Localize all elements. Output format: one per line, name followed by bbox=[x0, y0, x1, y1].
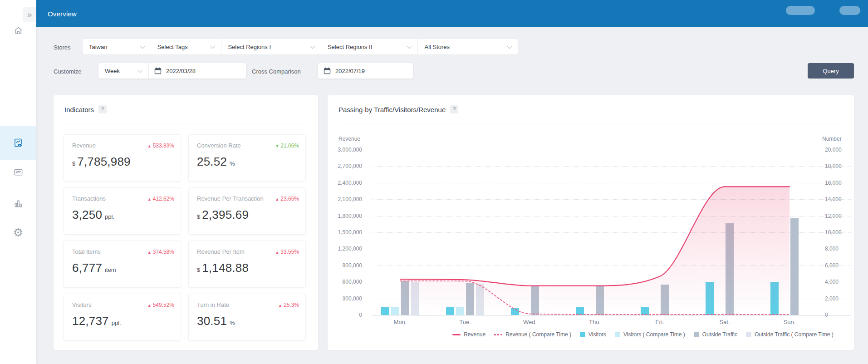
legend-label: Visitors ( Compare Time ) bbox=[623, 331, 685, 338]
select-value: Select Regions II bbox=[328, 44, 372, 50]
chevron-down-icon bbox=[137, 68, 142, 73]
triangle-up-icon: ▲ bbox=[147, 144, 152, 148]
page: Overview » bbox=[0, 0, 868, 364]
store-select-1[interactable]: Taiwan bbox=[83, 39, 151, 54]
bar bbox=[596, 286, 604, 315]
period-select[interactable]: Week bbox=[98, 63, 148, 79]
gridline bbox=[372, 299, 851, 299]
header-placeholder-pill-1[interactable] bbox=[786, 6, 815, 15]
sidebar: » bbox=[0, 0, 36, 364]
legend-label: Revenue ( Compare Time ) bbox=[505, 331, 571, 338]
bar bbox=[446, 307, 454, 315]
indicators-title: Indicators bbox=[64, 106, 94, 113]
metric-value: 25.52 bbox=[197, 155, 227, 169]
compare-date-picker[interactable]: 2022/07/19 bbox=[318, 63, 413, 79]
metric-delta: ▲33.55% bbox=[275, 249, 299, 255]
bar-chart-icon bbox=[13, 198, 24, 209]
legend-dashed-swatch bbox=[494, 334, 502, 335]
period-date-group: Week 2022/03/28 bbox=[98, 63, 246, 79]
header-placeholder-pill-2[interactable] bbox=[839, 6, 860, 15]
select-value: All Stores bbox=[424, 44, 450, 50]
x-axis-label: Thu. bbox=[577, 319, 613, 325]
right-axis-tick: 10,000 bbox=[825, 229, 846, 236]
top-bar: Overview bbox=[36, 0, 868, 27]
metric-delta: ▲23.65% bbox=[275, 196, 299, 202]
left-axis-tick: 1,200,000 bbox=[334, 246, 362, 252]
gridline bbox=[372, 315, 851, 315]
left-axis-title: Revenue bbox=[338, 136, 360, 142]
gridline bbox=[372, 249, 851, 249]
start-date-picker[interactable]: 2022/03/28 bbox=[148, 63, 246, 79]
legend-item[interactable]: Outside Traffic bbox=[694, 331, 737, 338]
bar bbox=[661, 285, 669, 315]
legend-item[interactable]: Visitors ( Compare Time ) bbox=[615, 331, 685, 338]
x-axis-label: Fri. bbox=[642, 319, 678, 325]
right-axis-tick: 0 bbox=[825, 312, 846, 318]
left-axis-tick: 2,100,000 bbox=[334, 196, 362, 202]
gridline bbox=[372, 232, 851, 233]
sidebar-item-trends[interactable] bbox=[0, 155, 36, 189]
sidebar-item-ranking[interactable] bbox=[0, 187, 36, 220]
sidebar-item-overview[interactable] bbox=[0, 126, 36, 160]
help-icon[interactable]: ? bbox=[450, 105, 458, 113]
metric-value-row: 25.52% bbox=[197, 155, 298, 169]
legend-item[interactable]: Revenue bbox=[452, 331, 485, 338]
store-select-4[interactable]: Select Regions II bbox=[321, 39, 418, 54]
indicators-panel: Indicators ? Revenue▲533.83%$7,785,989Co… bbox=[54, 95, 318, 350]
query-button[interactable]: Query bbox=[808, 63, 854, 79]
help-icon[interactable]: ? bbox=[98, 105, 107, 113]
legend-item[interactable]: Revenue ( Compare Time ) bbox=[494, 331, 571, 338]
bar bbox=[706, 282, 714, 315]
calendar-icon bbox=[324, 67, 331, 74]
metric-value: 1,148.88 bbox=[202, 261, 249, 275]
store-select-5[interactable]: All Stores bbox=[417, 39, 518, 54]
legend-label: Revenue bbox=[464, 331, 485, 338]
metric-card: Visitors▲549.52%12,737ppl. bbox=[64, 294, 181, 341]
legend-item[interactable]: Outside Traffic ( Compare Time ) bbox=[746, 331, 834, 338]
right-axis-tick: 20,000 bbox=[825, 147, 846, 153]
sidebar-item-settings[interactable]: ⚙ bbox=[0, 216, 36, 249]
metric-delta: ▲374.58% bbox=[147, 249, 174, 255]
legend-square-swatch bbox=[615, 332, 620, 337]
legend-square-swatch bbox=[580, 332, 585, 337]
customize-label: Customize bbox=[54, 68, 81, 75]
metric-delta: ▲25.3% bbox=[278, 302, 299, 308]
right-axis-tick: 2,000 bbox=[825, 295, 846, 302]
left-axis-tick: 300,000 bbox=[334, 295, 362, 302]
gridline bbox=[372, 183, 851, 183]
legend-item[interactable]: Visitors bbox=[580, 331, 606, 338]
gridline bbox=[372, 166, 851, 167]
x-axis-label: Wed. bbox=[512, 319, 548, 325]
right-axis-tick: 16,000 bbox=[825, 180, 846, 186]
legend-label: Outside Traffic ( Compare Time ) bbox=[755, 331, 834, 338]
legend-label: Outside Traffic bbox=[702, 331, 737, 338]
bar bbox=[790, 218, 799, 315]
legend-line-swatch bbox=[452, 334, 461, 335]
metric-value: 30.51 bbox=[197, 314, 227, 328]
chart-title: Passing-by Traffic/Visitors/Revenue bbox=[338, 106, 446, 113]
right-axis-tick: 8,000 bbox=[825, 246, 846, 252]
triangle-up-icon: ▲ bbox=[278, 303, 282, 308]
bar bbox=[401, 281, 409, 315]
metric-value-row: 6,777item bbox=[72, 261, 173, 275]
metric-cards-grid: Revenue▲533.83%$7,785,989Conversion Rate… bbox=[64, 134, 309, 341]
right-axis-tick: 12,000 bbox=[825, 213, 846, 219]
right-axis-tick: 18,000 bbox=[825, 163, 846, 169]
metric-card: Revenue Per Transaction▲23.65%$2,395.69 bbox=[188, 187, 306, 235]
metric-card: Conversion Rate▼21.06%25.52% bbox=[188, 134, 306, 182]
metric-value-row: 30.51% bbox=[197, 314, 298, 328]
right-axis-tick: 6,000 bbox=[825, 262, 846, 269]
metric-delta: ▼21.06% bbox=[275, 143, 299, 149]
store-select-2[interactable]: Select Tags bbox=[151, 39, 221, 54]
metric-value: 6,777 bbox=[72, 261, 102, 275]
select-value: Select Regions I bbox=[228, 44, 271, 50]
sidebar-item-home[interactable] bbox=[0, 14, 36, 47]
triangle-down-icon: ▼ bbox=[275, 144, 279, 148]
metric-unit: ppl. bbox=[105, 213, 114, 220]
gridline bbox=[372, 150, 851, 150]
triangle-up-icon: ▲ bbox=[275, 250, 279, 255]
left-axis-tick: 0 bbox=[334, 312, 362, 318]
store-select-3[interactable]: Select Regions I bbox=[221, 39, 321, 54]
bar bbox=[456, 307, 464, 315]
x-axis-label: Sun. bbox=[771, 319, 808, 325]
